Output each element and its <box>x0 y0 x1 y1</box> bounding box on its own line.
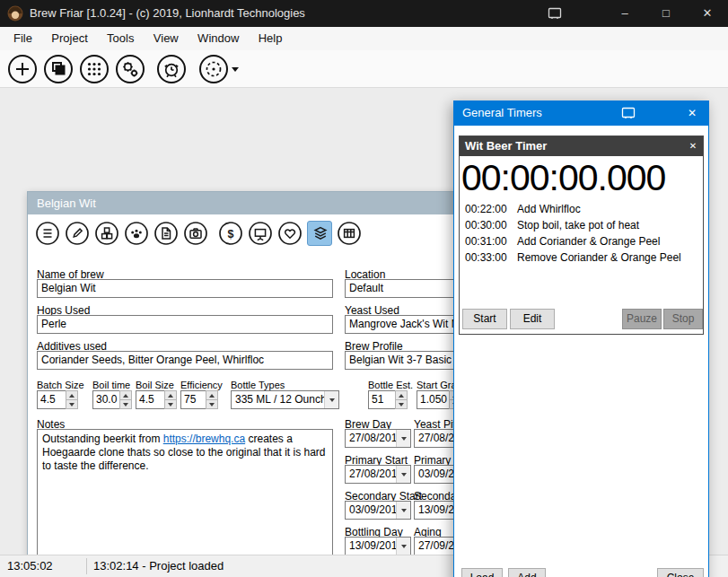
bottle-types-value: 335 ML / 12 Ounches <box>232 391 324 408</box>
timer-event-row[interactable]: 00:22:00 Add Whirlfloc <box>460 201 703 217</box>
boil-size-value[interactable]: 4.5 <box>136 390 165 409</box>
dropdown-arrow-icon[interactable] <box>396 502 410 519</box>
layers-icon[interactable] <box>307 221 332 246</box>
edit-button[interactable]: Edit <box>510 309 555 329</box>
spin-down-button[interactable] <box>395 399 408 409</box>
table-grid-icon[interactable] <box>337 221 362 246</box>
select-dropdown-icon[interactable] <box>196 53 241 85</box>
favorite-heart-icon[interactable] <box>277 221 303 246</box>
packages-icon[interactable] <box>94 221 119 246</box>
menu-window[interactable]: Window <box>189 27 247 50</box>
new-circle-icon[interactable] <box>5 53 39 85</box>
timer-panel-header[interactable]: Wit Beer Timer <box>460 136 703 156</box>
general-timers-window: General Timers ✕ Wit Beer Timer ✕ 00:00:… <box>453 101 709 577</box>
boil-time-value[interactable]: 30.0 <box>92 390 120 409</box>
menu-help[interactable]: Help <box>250 27 291 50</box>
dropdown-arrow-icon[interactable] <box>396 430 410 447</box>
paw-icon[interactable] <box>124 221 149 246</box>
timer-close-button[interactable]: ✕ <box>685 136 701 156</box>
close-button[interactable]: ✕ <box>687 0 728 27</box>
edit-pencil-icon[interactable] <box>65 221 90 246</box>
timer-event-row[interactable]: 00:31:00 Add Coriander & Orange Peel <box>460 233 703 249</box>
boil-size-spinner[interactable]: 4.5 <box>136 390 177 409</box>
spin-down-button[interactable] <box>119 399 132 409</box>
spin-down-button[interactable] <box>66 399 78 409</box>
menu-file[interactable]: File <box>5 27 40 50</box>
load-timer-button[interactable]: Load <box>461 568 503 577</box>
timers-close-button[interactable]: ✕ <box>675 101 709 126</box>
primary-start-value: 27/08/2019 <box>346 466 396 483</box>
document-icon[interactable] <box>153 221 179 246</box>
bottling-day-datepicker[interactable]: 13/09/2019 <box>345 537 411 555</box>
batch-size-value[interactable]: 4.5 <box>37 390 66 409</box>
bottle-est-spinner[interactable]: 51 <box>368 390 408 409</box>
float-window-icon[interactable] <box>621 107 636 122</box>
camera-icon[interactable] <box>183 221 208 246</box>
additives-used-field[interactable]: Coriander Seeds, Bitter Orange Peel, Whi… <box>37 351 333 370</box>
gears-circle-icon[interactable] <box>113 53 147 85</box>
batch-size-label: Batch Size <box>37 380 84 390</box>
add-timer-button[interactable]: Add <box>508 568 546 577</box>
bottle-est-value[interactable]: 51 <box>368 390 396 409</box>
menu-tools[interactable]: Tools <box>99 27 142 50</box>
timer-panel: Wit Beer Timer ✕ 00:00:00.000 00:22:00 A… <box>459 136 704 335</box>
primary-start-datepicker[interactable]: 27/08/2019 <box>345 465 411 484</box>
efficiency-label: Efficiency <box>180 380 223 390</box>
event-text: Stop boil, take pot of heat <box>517 217 639 233</box>
main-toolbar <box>0 50 728 88</box>
float-window-icon[interactable] <box>539 0 570 27</box>
list-icon[interactable] <box>35 221 60 246</box>
maximize-button[interactable]: □ <box>645 0 687 27</box>
statusbar-message: 13:02:14 - Project loaded <box>93 555 224 577</box>
brew-window-titlebar[interactable]: Belgian Wit <box>28 192 493 214</box>
statusbar-clock: 13:05:02 <box>7 555 53 577</box>
bottle-est-label: Bottle Est. <box>368 380 413 390</box>
start-button[interactable]: Start <box>462 309 507 329</box>
bottle-types-label: Bottle Types <box>231 380 285 390</box>
menu-view[interactable]: View <box>145 27 187 50</box>
dropdown-arrow-icon[interactable] <box>396 538 410 555</box>
window-title: Brew Friar [1.0.24] - (c) 2019, Lionhard… <box>30 0 305 27</box>
dropdown-arrow-icon[interactable] <box>396 466 410 483</box>
hops-used-field[interactable]: Perle <box>37 315 333 334</box>
timers-titlebar[interactable]: General Timers ✕ <box>453 101 709 126</box>
close-timers-button[interactable]: Close <box>657 568 704 577</box>
efficiency-spinner[interactable]: 75 <box>180 390 218 409</box>
batch-size-spinner[interactable]: 4.5 <box>37 390 78 409</box>
efficiency-value[interactable]: 75 <box>180 390 206 409</box>
boil-time-spinner[interactable]: 30.0 <box>92 390 132 409</box>
costs-dollar-icon[interactable]: $ <box>218 221 243 246</box>
pause-button[interactable]: Pauze <box>622 309 662 329</box>
event-text: Remove Coriander & Orange Peel <box>517 249 681 266</box>
notes-link[interactable]: https://brewhq.ca <box>163 433 245 445</box>
minimize-button[interactable]: – <box>604 0 645 27</box>
spin-down-button[interactable] <box>164 399 177 409</box>
bottle-types-combo[interactable]: 335 ML / 12 Ounches <box>231 390 339 409</box>
secondary-start-datepicker[interactable]: 03/09/2019 <box>345 501 411 520</box>
dropdown-arrow-icon[interactable] <box>324 391 338 408</box>
event-time: 00:33:00 <box>465 249 507 266</box>
timer-name: Wit Beer Timer <box>465 139 547 153</box>
timer-event-list: 00:22:00 Add Whirlfloc 00:30:00 Stop boi… <box>460 201 703 266</box>
alarm-timer-icon[interactable] <box>154 53 189 85</box>
event-time: 00:22:00 <box>465 201 507 217</box>
spin-down-button[interactable] <box>206 399 218 409</box>
menu-project[interactable]: Project <box>43 27 95 50</box>
app-icon <box>7 5 23 22</box>
slideshow-icon[interactable] <box>248 221 273 246</box>
menubar: File Project Tools View Window Help <box>0 27 728 50</box>
event-time: 00:30:00 <box>465 217 507 233</box>
notes-text-pre: Outstanding beerkit from <box>42 433 163 445</box>
copy-circle-icon[interactable] <box>41 53 75 85</box>
timer-event-row[interactable]: 00:33:00 Remove Coriander & Orange Peel <box>460 249 703 266</box>
stop-button[interactable]: Stop <box>663 309 703 329</box>
grid-circle-icon[interactable] <box>77 53 111 85</box>
app-titlebar: Brew Friar [1.0.24] - (c) 2019, Lionhard… <box>0 0 728 27</box>
brew-child-window: Belgian Wit $ Name of brew Belgian Wit L… <box>27 191 494 577</box>
name-of-brew-field[interactable]: Belgian Wit <box>37 279 333 298</box>
timers-window-title: General Timers <box>462 101 542 126</box>
event-text: Add Whirlfloc <box>517 201 581 217</box>
start-gravity-value[interactable]: 1.050 <box>417 390 450 409</box>
brew-day-datepicker[interactable]: 27/08/2019 <box>345 429 411 448</box>
timer-event-row[interactable]: 00:30:00 Stop boil, take pot of heat <box>460 217 703 233</box>
